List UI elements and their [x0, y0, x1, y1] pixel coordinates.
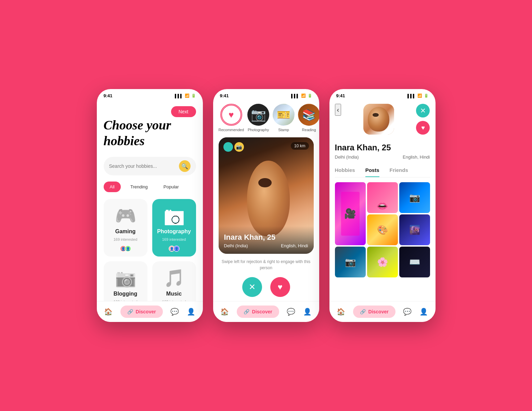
nav-home-3[interactable]: 🏠 — [337, 308, 345, 316]
photography-count: 169 interested — [162, 237, 186, 241]
profile3-tabs: Hobbies Posts Friends — [335, 167, 430, 177]
next-button[interactable]: Next — [171, 106, 196, 117]
nav-discover-2[interactable]: 🔗 Discover — [237, 306, 279, 318]
profile-languages-2: English, Hindi — [281, 243, 308, 248]
face-shape — [247, 161, 290, 236]
distance-badge: 10 km — [291, 142, 309, 150]
profile-card-meta: Delhi (India) English, Hindi — [224, 243, 308, 248]
tab-hobbies[interactable]: Hobbies — [335, 167, 355, 177]
teal-dot — [223, 142, 233, 152]
nav-discover-1[interactable]: 🔗 Discover — [120, 306, 163, 318]
nav-messages-3[interactable]: 💬 — [403, 308, 412, 316]
signal-icons-3: ▌▌▌ 📶 🔋 — [407, 94, 428, 98]
circle-reading[interactable]: 📚 Reading — [298, 104, 319, 132]
tab-friends[interactable]: Friends — [390, 167, 408, 177]
discover-icon-2: 🔗 — [244, 309, 249, 314]
profile3-meta: Delhi (India) English, Hindi — [335, 154, 430, 160]
bottom-nav-2: 🏠 🔗 Discover 💬 👤 — [213, 301, 319, 322]
status-bar-3: 9:41 ▌▌▌ 📶 🔋 — [329, 89, 436, 100]
nav-discover-3[interactable]: 🔗 Discover — [353, 306, 395, 318]
nav-profile-icon-2[interactable]: 👤 — [303, 308, 312, 316]
swipe-hint: Swipe left for rejection & right to enga… — [213, 254, 319, 274]
time-1: 9:41 — [104, 93, 113, 98]
nav-messages-1[interactable]: 💬 — [170, 308, 179, 316]
recommended-circle: ♥ — [220, 104, 242, 126]
hobby-circles: ♥ Recommended 📷 Photography 🎫 Stamp 📚 Re… — [213, 100, 319, 137]
phones-container: 9:41 ▌▌▌ 📶 🔋 Next Choose your hobbies 🔍 … — [97, 89, 436, 322]
filter-trending[interactable]: Trending — [124, 182, 154, 192]
circle-stamp[interactable]: 🎫 Stamp — [273, 104, 295, 132]
profile-like-button[interactable]: ♥ — [416, 121, 430, 135]
battery-icon-3: 🔋 — [424, 94, 429, 98]
music-name: Music — [166, 291, 182, 297]
search-input[interactable] — [109, 163, 179, 169]
post-thumb-5[interactable]: 🌆 — [399, 214, 430, 245]
tab-posts[interactable]: Posts — [365, 167, 379, 177]
photography-name: Photography — [157, 228, 191, 235]
post-thumb-3[interactable]: 📷 — [399, 182, 430, 213]
post-thumb-1[interactable]: 🎥 — [335, 182, 366, 245]
status-dots: 📷 — [223, 142, 244, 152]
face-3 — [368, 107, 389, 132]
phone-profile: 9:41 ▌▌▌ 📶 🔋 ‹ ✕ ♥ — [329, 89, 436, 322]
bottom-nav-1: 🏠 🔗 Discover 💬 👤 — [97, 301, 203, 322]
post-thumb-7[interactable]: 🌸 — [367, 247, 398, 277]
stamp-label: Stamp — [278, 128, 289, 132]
profile3-info: Inara Khan, 25 Delhi (India) English, Hi… — [335, 140, 430, 162]
photography-avatars: 👤 👤 — [169, 246, 180, 252]
photography-icon: 📷 — [164, 206, 185, 226]
phone2-content: ♥ Recommended 📷 Photography 🎫 Stamp 📚 Re… — [213, 100, 319, 311]
post-6-content: 📷 — [335, 247, 366, 277]
gaming-icon: 🎮 — [115, 206, 136, 226]
phone-discover: 9:41 ▌▌▌ 📶 🔋 ♥ Recommended 📷 Photography — [213, 89, 319, 322]
search-box[interactable]: 🔍 — [104, 157, 196, 175]
reading-label: Reading — [302, 128, 316, 132]
post-8-content: ⌨️ — [399, 247, 430, 277]
music-icon: 🎵 — [164, 268, 185, 288]
post-thumb-4[interactable]: 🎨 — [367, 214, 398, 245]
gaming-avatars: 👤 👤 — [120, 246, 131, 252]
circle-recommended[interactable]: ♥ Recommended — [219, 104, 244, 132]
blogging-icon: 📷 — [115, 268, 136, 288]
profile-location-2: Delhi (India) — [224, 243, 248, 248]
hobby-card-photography[interactable]: 📷 Photography 169 interested 👤 👤 — [152, 199, 196, 257]
avatar-image — [363, 104, 394, 135]
profile3-location: Delhi (India) — [335, 154, 359, 160]
circle-photography[interactable]: 📷 Photography — [247, 104, 269, 132]
recommended-label: Recommended — [219, 128, 244, 132]
filter-all[interactable]: All — [104, 182, 121, 192]
post-thumb-2[interactable]: 👄 — [367, 182, 398, 213]
battery-icon-2: 🔋 — [308, 94, 312, 98]
posts-grid: 🎥 👄 📷 🎨 🌆 — [335, 182, 430, 277]
nav-home-1[interactable]: 🏠 — [104, 308, 113, 316]
heart-icon: ♥ — [221, 105, 241, 125]
profile-swipe-card[interactable]: 📷 10 km Inara Khan, 25 Delhi (India) Eng… — [219, 137, 314, 254]
nav-profile-icon-3[interactable]: 👤 — [419, 308, 428, 316]
search-button[interactable]: 🔍 — [179, 160, 191, 172]
post-1-content: 🎥 — [335, 182, 366, 245]
wifi-icon-2: 📶 — [301, 94, 306, 98]
hobby-card-gaming[interactable]: 🎮 Gaming 169 interested 👤 👤 — [104, 199, 147, 257]
post-thumb-6[interactable]: 📷 — [335, 247, 366, 277]
nav-profile-1[interactable]: 👤 — [187, 308, 195, 316]
profile-card-name: Inara Khan, 25 — [224, 233, 308, 242]
reject-button[interactable]: ✕ — [242, 277, 262, 297]
profile3-name: Inara Khan, 25 — [335, 143, 430, 152]
back-button[interactable]: ‹ — [335, 104, 341, 116]
time-2: 9:41 — [220, 93, 229, 98]
action-buttons: ✕ ♥ — [213, 274, 319, 302]
blogging-name: Blogging — [114, 291, 137, 297]
wifi-icon-3: 📶 — [417, 94, 422, 98]
profile-reject-button[interactable]: ✕ — [416, 104, 430, 117]
signal-icon: ▌▌▌ — [175, 94, 183, 98]
person-icon: 👄 — [376, 200, 388, 212]
profile3-avatar — [363, 104, 394, 135]
phone3-content: ‹ ✕ ♥ Inara Khan, 25 Delhi (India) Engli… — [329, 100, 436, 277]
like-button[interactable]: ♥ — [270, 277, 290, 297]
status-bar-2: 9:41 ▌▌▌ 📶 🔋 — [213, 89, 319, 100]
nav-home-2[interactable]: 🏠 — [220, 308, 229, 316]
post-thumb-8[interactable]: ⌨️ — [399, 247, 430, 277]
reading-circle: 📚 — [298, 104, 319, 126]
nav-messages-2[interactable]: 💬 — [287, 308, 295, 316]
filter-popular[interactable]: Popular — [157, 182, 185, 192]
